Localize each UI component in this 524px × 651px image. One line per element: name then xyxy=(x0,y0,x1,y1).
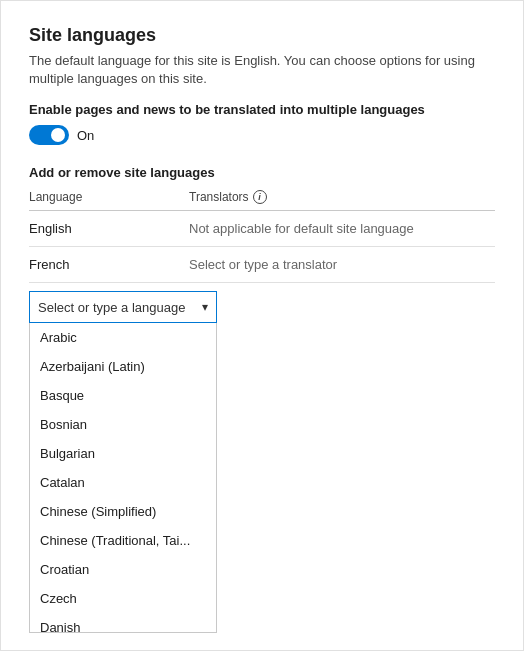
language-dropdown-container: Select or type a language ▾ Arabic Azerb… xyxy=(29,291,217,323)
list-item[interactable]: Chinese (Traditional, Tai... xyxy=(30,526,216,555)
site-languages-panel: Site languages The default language for … xyxy=(0,0,524,651)
list-item[interactable]: Bosnian xyxy=(30,410,216,439)
toggle-section-label: Enable pages and news to be translated i… xyxy=(29,102,495,117)
list-item[interactable]: Croatian xyxy=(30,555,216,584)
language-cell: English xyxy=(29,221,189,236)
toggle-row: On xyxy=(29,125,495,145)
dropdown-placeholder: Select or type a language xyxy=(38,300,185,315)
list-item[interactable]: Chinese (Simplified) xyxy=(30,497,216,526)
language-dropdown-button[interactable]: Select or type a language ▾ xyxy=(29,291,217,323)
col-language-header: Language xyxy=(29,190,189,204)
page-description: The default language for this site is En… xyxy=(29,52,495,88)
translators-cell: Select or type a translator xyxy=(189,257,495,272)
list-item[interactable]: Bulgarian xyxy=(30,439,216,468)
section-title: Add or remove site languages xyxy=(29,165,495,180)
table-header: Language Translators i xyxy=(29,190,495,211)
language-cell: French xyxy=(29,257,189,272)
translation-toggle[interactable] xyxy=(29,125,69,145)
table-row: English Not applicable for default site … xyxy=(29,211,495,247)
list-item[interactable]: Azerbaijani (Latin) xyxy=(30,352,216,381)
list-item[interactable]: Czech xyxy=(30,584,216,613)
dropdown-arrow-icon: ▾ xyxy=(202,300,208,314)
toggle-state-label: On xyxy=(77,128,94,143)
col-translators-header: Translators i xyxy=(189,190,495,204)
table-row: French Select or type a translator xyxy=(29,247,495,283)
language-dropdown-list[interactable]: Arabic Azerbaijani (Latin) Basque Bosnia… xyxy=(29,323,217,633)
list-item[interactable]: Basque xyxy=(30,381,216,410)
toggle-slider xyxy=(29,125,69,145)
translators-info-icon[interactable]: i xyxy=(253,190,267,204)
page-title: Site languages xyxy=(29,25,495,46)
list-item[interactable]: Arabic xyxy=(30,323,216,352)
list-item[interactable]: Catalan xyxy=(30,468,216,497)
list-item[interactable]: Danish xyxy=(30,613,216,633)
translators-cell: Not applicable for default site language xyxy=(189,221,495,236)
